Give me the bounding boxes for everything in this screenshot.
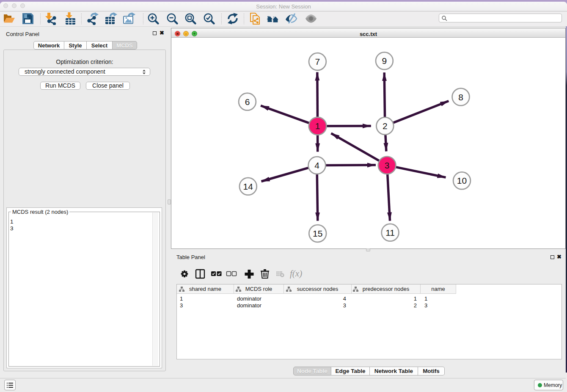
svg-text:2: 2 [383, 121, 388, 131]
svg-text:3: 3 [385, 160, 390, 170]
svg-text:4: 4 [314, 160, 319, 170]
svg-text:7: 7 [315, 57, 320, 66]
svg-text:11: 11 [385, 228, 395, 237]
svg-text:9: 9 [382, 56, 387, 66]
svg-text:1: 1 [315, 121, 320, 131]
svg-text:14: 14 [243, 182, 253, 191]
svg-text:6: 6 [245, 97, 250, 107]
svg-text:8: 8 [458, 92, 463, 102]
svg-text:10: 10 [457, 176, 467, 185]
svg-text:f(x): f(x) [290, 268, 302, 279]
svg-text:15: 15 [313, 229, 322, 238]
